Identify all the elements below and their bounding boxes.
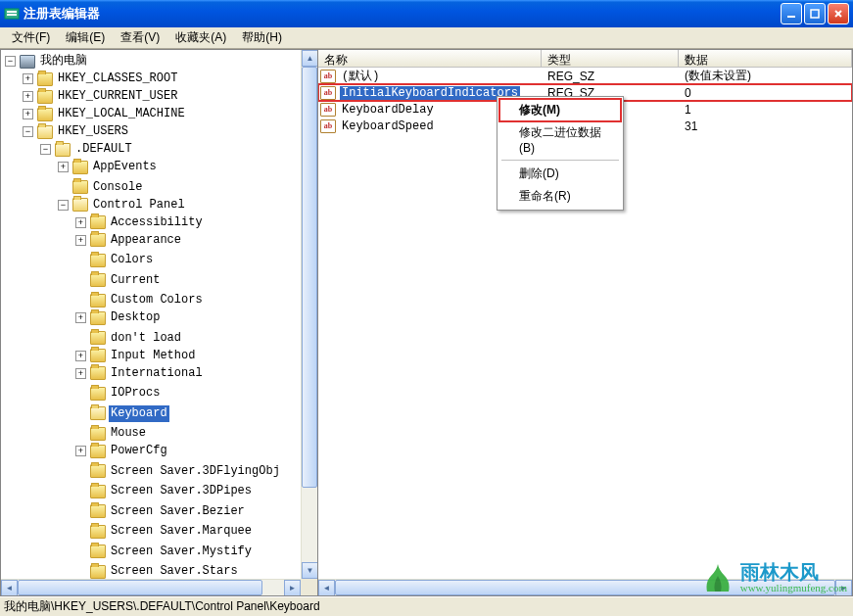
col-header-name[interactable]: 名称: [318, 50, 542, 67]
folder-icon: [37, 125, 53, 139]
scroll-left-icon[interactable]: ◄: [1, 580, 18, 596]
folder-icon: [90, 254, 106, 267]
value-name: InitialKeyboardIndicators: [340, 86, 520, 100]
expand-icon[interactable]: +: [23, 91, 33, 102]
tree-ssbezier[interactable]: Screen Saver.Bezier: [109, 503, 247, 520]
col-header-type[interactable]: 类型: [542, 50, 679, 67]
menu-separator: [501, 160, 619, 161]
scroll-up-icon[interactable]: ▲: [302, 50, 318, 67]
list-header: 名称 类型 数据: [318, 50, 852, 68]
tree-desktop[interactable]: Desktop: [109, 309, 162, 326]
expand-icon[interactable]: +: [23, 73, 33, 84]
tree-appevents[interactable]: AppEvents: [91, 159, 159, 175]
menu-delete[interactable]: 删除(D): [499, 163, 621, 185]
menu-help[interactable]: 帮助(H): [234, 27, 290, 48]
string-icon: ab: [320, 103, 336, 117]
tree-accessibility[interactable]: Accessibility: [109, 214, 205, 231]
tree-scrollbar-horizontal[interactable]: ◄ ►: [1, 579, 301, 595]
folder-icon: [90, 545, 106, 558]
tree-ssmystify[interactable]: Screen Saver.Mystify: [109, 544, 254, 560]
menu-modify[interactable]: 修改(M): [499, 99, 621, 121]
tree-keyboard[interactable]: Keyboard: [109, 405, 169, 422]
menu-file[interactable]: 文件(F): [4, 27, 58, 48]
folder-icon: [90, 485, 106, 498]
watermark-text: 雨林木风: [740, 562, 847, 583]
svg-rect-3: [787, 16, 795, 18]
svg-rect-2: [7, 14, 17, 16]
scroll-thumb[interactable]: [302, 67, 317, 488]
collapse-icon[interactable]: −: [23, 126, 33, 137]
close-button[interactable]: [828, 3, 849, 24]
maximize-button[interactable]: [804, 3, 826, 24]
tree-default[interactable]: .DEFAULT: [73, 141, 134, 158]
tree-customcolors[interactable]: Custom Colors: [109, 292, 205, 308]
folder-icon: [90, 427, 106, 441]
folder-icon: [37, 72, 53, 86]
tree-hku[interactable]: HKEY_USERS: [56, 123, 130, 140]
expand-icon[interactable]: +: [75, 312, 86, 323]
tree-current[interactable]: Current: [109, 272, 162, 289]
col-header-data[interactable]: 数据: [679, 50, 852, 67]
menu-edit[interactable]: 编辑(E): [58, 27, 113, 48]
tree-ss3dpipes[interactable]: Screen Saver.3DPipes: [109, 483, 254, 499]
folder-icon: [55, 143, 71, 157]
tree-ssmarquee[interactable]: Screen Saver.Marquee: [109, 523, 254, 540]
folder-icon: [72, 198, 88, 212]
expand-icon[interactable]: +: [58, 162, 69, 172]
folder-icon: [90, 406, 106, 420]
svg-rect-4: [811, 10, 819, 18]
tree-dontload[interactable]: don't load: [109, 330, 183, 347]
scroll-thumb[interactable]: [18, 580, 262, 595]
menu-favorites[interactable]: 收藏夹(A): [167, 27, 234, 48]
folder-icon: [90, 366, 106, 380]
scroll-down-icon[interactable]: ▼: [302, 562, 318, 579]
tree-controlpanel[interactable]: Control Panel: [91, 197, 187, 213]
tree-international[interactable]: International: [109, 365, 205, 382]
tree-ss3dflying[interactable]: Screen Saver.3DFlyingObj: [109, 463, 282, 480]
status-path: 我的电脑\HKEY_USERS\.DEFAULT\Control Panel\K…: [4, 598, 320, 615]
folder-icon: [90, 273, 106, 287]
expand-icon[interactable]: +: [75, 235, 86, 246]
title-bar: 注册表编辑器: [0, 0, 853, 27]
tree-inputmethod[interactable]: Input Method: [109, 348, 197, 364]
watermark-logo-icon: [701, 564, 735, 593]
expand-icon[interactable]: +: [75, 351, 86, 361]
menu-rename[interactable]: 重命名(R): [499, 185, 621, 208]
collapse-icon[interactable]: −: [40, 144, 51, 155]
folder-icon: [90, 445, 106, 458]
string-icon: ab: [320, 70, 336, 83]
minimize-button[interactable]: [781, 3, 802, 24]
tree-ssstars[interactable]: Screen Saver.Stars: [109, 563, 240, 580]
tree-hkcu[interactable]: HKEY_CURRENT_USER: [56, 88, 179, 105]
tree-appearance[interactable]: Appearance: [109, 232, 183, 249]
expand-icon[interactable]: +: [23, 109, 33, 119]
folder-icon: [90, 311, 106, 325]
menu-view[interactable]: 查看(V): [113, 27, 167, 48]
tree-mouse[interactable]: Mouse: [109, 425, 148, 442]
tree-scrollbar-vertical[interactable]: ▲ ▼: [301, 50, 317, 579]
expand-icon[interactable]: +: [75, 368, 86, 379]
tree-root[interactable]: 我的电脑: [38, 53, 89, 70]
folder-icon: [90, 215, 106, 229]
list-row[interactable]: ab(默认) REG_SZ (数值未设置): [318, 68, 852, 84]
expand-icon[interactable]: +: [75, 217, 86, 228]
menu-modify-binary[interactable]: 修改二进位数据(B): [499, 121, 621, 158]
tree-hkcr[interactable]: HKEY_CLASSES_ROOT: [56, 71, 179, 87]
scroll-right-icon[interactable]: ►: [284, 580, 301, 596]
folder-icon: [72, 180, 88, 194]
tree-ioprocs[interactable]: IOProcs: [109, 385, 162, 402]
scroll-left-icon[interactable]: ◄: [318, 580, 335, 596]
tree-hklm[interactable]: HKEY_LOCAL_MACHINE: [56, 106, 187, 122]
app-icon: [4, 6, 20, 22]
tree-console[interactable]: Console: [91, 179, 144, 196]
folder-icon: [72, 161, 88, 174]
value-data: (数值未设置): [679, 68, 852, 84]
collapse-icon[interactable]: −: [58, 200, 69, 211]
expand-icon[interactable]: +: [75, 446, 86, 456]
menu-bar: 文件(F) 编辑(E) 查看(V) 收藏夹(A) 帮助(H): [0, 27, 853, 49]
folder-icon: [90, 387, 106, 401]
tree-powercfg[interactable]: PowerCfg: [109, 443, 169, 459]
tree-pane[interactable]: −我的电脑 +HKEY_CLASSES_ROOT +HKEY_CURRENT_U…: [0, 49, 318, 596]
collapse-icon[interactable]: −: [5, 56, 16, 67]
tree-colors[interactable]: Colors: [109, 252, 155, 268]
